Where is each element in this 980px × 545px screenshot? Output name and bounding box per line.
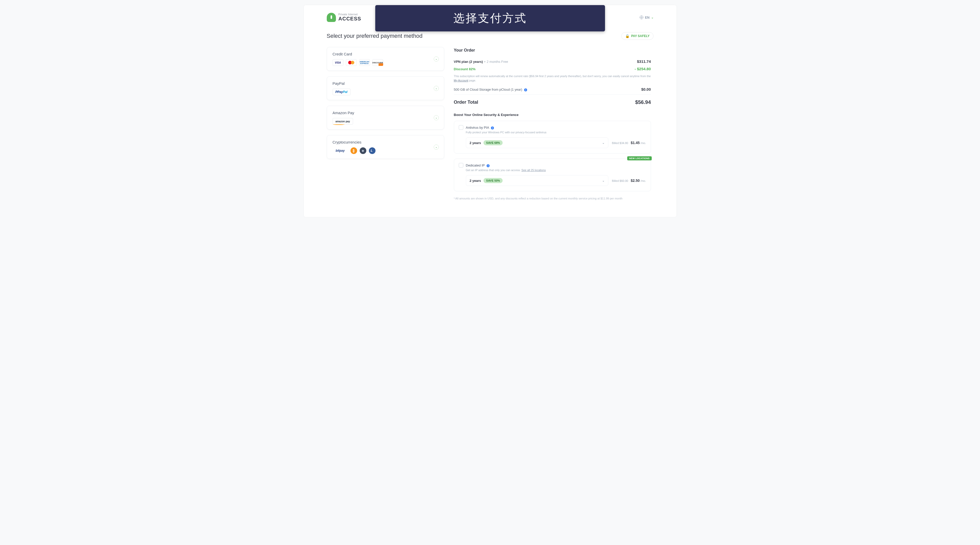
- save-badge: SAVE 68%: [484, 140, 503, 145]
- payment-option-title: Credit Card: [332, 52, 438, 56]
- see-locations-link[interactable]: See all 25 locations: [522, 169, 546, 172]
- addon-antivirus-checkbox[interactable]: [459, 125, 463, 130]
- amazonpay-logo: amazon pay: [332, 118, 353, 124]
- discount-label: Discount 82%: [454, 67, 476, 71]
- payment-option-paypal[interactable]: PayPal PPayPal ⌄: [327, 76, 444, 100]
- visa-logo: VISA: [332, 59, 344, 66]
- info-icon[interactable]: i: [487, 164, 490, 167]
- addon-price: Billed $60.00 $2.50 /mo.: [612, 178, 646, 183]
- addon-desc: Get an IP address that only you can acce…: [466, 169, 646, 172]
- addon-price: Billed $34.80 $1.45 /mo.: [612, 141, 646, 145]
- chevron-down-icon: ⌄: [434, 56, 439, 62]
- chevron-down-icon: ⌄: [434, 86, 439, 91]
- order-line-cloud: 500 GB of Cloud Storage from pCloud (1 y…: [454, 87, 651, 91]
- language-selector[interactable]: EN ⌄: [640, 16, 653, 19]
- chevron-down-icon: ⌄: [602, 141, 605, 145]
- info-icon[interactable]: i: [491, 126, 494, 129]
- plan-term: 2 years: [470, 179, 481, 183]
- brand-logo[interactable]: Private Internet ACCESS: [327, 13, 361, 22]
- addon-title: Dedicated IP i: [466, 163, 490, 167]
- addon-title: Antivirus by PIA i: [466, 126, 494, 129]
- new-locations-badge: NEW LOCATIONS: [627, 156, 652, 160]
- renewal-note: This subscription will renew automatical…: [454, 74, 651, 83]
- total-price: $56.94: [635, 99, 651, 105]
- antivirus-plan-select[interactable]: 2 years SAVE 68% ⌄: [466, 137, 609, 148]
- total-label: Order Total: [454, 100, 478, 105]
- cloud-price: $0.00: [641, 87, 651, 91]
- addon-desc: Fully protect your Windows PC with our p…: [466, 131, 646, 134]
- plan-term: 2 years: [470, 141, 481, 145]
- save-badge: SAVE 50%: [484, 178, 503, 183]
- bitpay-logo: bitpay: [332, 147, 348, 154]
- cloud-label: 500 GB of Cloud Storage from pCloud (1 y…: [454, 88, 522, 91]
- order-total-row: Order Total $56.94: [454, 99, 651, 105]
- payment-option-credit-card[interactable]: Credit Card VISA AMERICAN EXPRESS DISCOV…: [327, 47, 444, 71]
- payment-option-title: Cryptocurrencies: [332, 140, 438, 144]
- amounts-footnote: ¹ All amounts are shown in USD, and any …: [454, 196, 651, 201]
- discover-logo: DISCOVER: [372, 59, 383, 66]
- order-heading: Your Order: [454, 48, 651, 53]
- discount-amount: - $254.80: [635, 67, 651, 71]
- plan-price: $311.74: [637, 59, 651, 64]
- payment-option-crypto[interactable]: Cryptocurrencies bitpay ₿ ◆ L ⌄: [327, 135, 444, 159]
- payment-option-title: PayPal: [332, 81, 438, 86]
- amex-logo: AMERICAN EXPRESS: [359, 59, 370, 66]
- chevron-down-icon: ⌄: [651, 16, 654, 19]
- order-line-discount: Discount 82% - $254.80: [454, 67, 651, 71]
- payment-option-title: Amazon Pay: [332, 111, 438, 115]
- brand-big: ACCESS: [339, 16, 361, 21]
- overlay-banner: 选择支付方式: [375, 5, 605, 32]
- chevron-down-icon: ⌄: [602, 179, 605, 182]
- page-title: Select your preferred payment method: [327, 33, 423, 39]
- chevron-down-icon: ⌄: [434, 115, 439, 120]
- dedicated-plan-select[interactable]: 2 years SAVE 50% ⌄: [466, 175, 609, 186]
- order-line-plan: VPN plan (2 years) + 2 months Free $311.…: [454, 59, 651, 64]
- addon-dedicated-checkbox[interactable]: [459, 163, 463, 167]
- brand-text: Private Internet ACCESS: [339, 13, 361, 21]
- litecoin-icon: L: [369, 147, 375, 154]
- globe-icon: [640, 16, 643, 19]
- my-account-link[interactable]: My Account: [454, 79, 468, 82]
- payment-option-amazon[interactable]: Amazon Pay amazon pay ⌄: [327, 106, 444, 129]
- chevron-down-icon: ⌄: [434, 145, 439, 150]
- paypal-logo: PPayPal: [332, 89, 350, 95]
- lock-icon: 🔒: [625, 34, 630, 38]
- pay-safely-text: PAY SAFELY: [631, 34, 649, 38]
- lock-icon: [327, 13, 336, 22]
- boost-heading: Boost Your Online Security & Experience: [454, 113, 651, 117]
- addon-dedicated-ip: NEW LOCATIONS Dedicated IP i Get an IP a…: [454, 159, 651, 191]
- addon-antivirus: Antivirus by PIA i Fully protect your Wi…: [454, 121, 651, 153]
- bitcoin-icon: ₿: [350, 147, 357, 154]
- card-brands: VISA AMERICAN EXPRESS DISCOVER: [332, 59, 438, 66]
- language-label: EN: [645, 16, 649, 19]
- ethereum-icon: ◆: [360, 147, 366, 154]
- mastercard-logo: [346, 59, 356, 66]
- pay-safely-badge: 🔒 PAY SAFELY: [621, 32, 653, 40]
- info-icon[interactable]: i: [524, 88, 527, 91]
- divider: [454, 94, 651, 95]
